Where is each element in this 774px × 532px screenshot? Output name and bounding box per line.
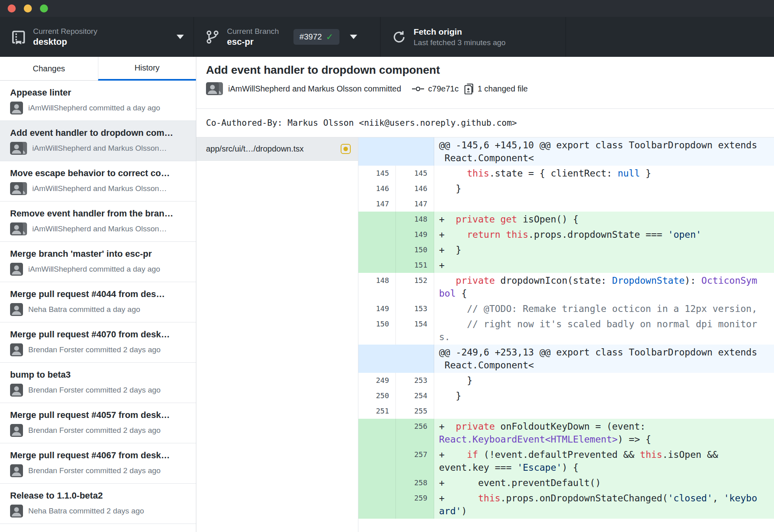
diff-code-line: // right now it's scaled badly on normal… — [434, 316, 774, 345]
fetch-origin-label: Fetch origin — [414, 26, 506, 37]
current-repository-button[interactable]: Current Repository desktop — [0, 17, 194, 57]
diff-row: 149153 // @TODO: Remake triangle octicon… — [358, 301, 774, 316]
diff-new-line-number: 152 — [396, 273, 434, 301]
commit-item-title: Merge pull request #4067 from desk… — [10, 450, 189, 461]
diff-row: 250254 } — [358, 388, 774, 403]
code-segment: + event.preventDefault() — [439, 478, 601, 488]
git-commit-icon — [412, 86, 424, 92]
changed-files-count: 1 changed file — [478, 84, 528, 94]
tab-changes[interactable]: Changes — [0, 57, 98, 81]
code-segment — [439, 406, 445, 416]
avatar-group — [10, 263, 23, 276]
current-repository-value: desktop — [33, 36, 97, 48]
diff-new-line-number: 150 — [396, 242, 434, 258]
avatar-group — [10, 464, 23, 477]
commit-list-item[interactable]: Merge pull request #4067 from desk…Brend… — [0, 443, 196, 484]
fetch-origin-button[interactable]: Fetch origin Last fetched 3 minutes ago — [381, 17, 566, 57]
avatar-group — [10, 303, 23, 316]
window-controls — [8, 4, 48, 12]
avatar — [10, 464, 23, 477]
person-icon — [10, 222, 23, 235]
commit-list-item[interactable]: Merge pull request #4044 from des…Neha B… — [0, 282, 196, 322]
code-segment: + — [439, 229, 467, 240]
code-segment: (!event.defaultPrevented && — [478, 449, 640, 460]
diff-code-line: } — [434, 388, 774, 403]
diff-new-line-number: 149 — [396, 227, 434, 242]
code-segment: ) => { — [618, 434, 651, 445]
repo-icon — [11, 30, 26, 44]
avatar-group — [10, 343, 23, 356]
diff-hunk-gutter — [358, 345, 434, 373]
code-segment: 'closed' — [668, 493, 713, 503]
code-segment: onFoldoutKeyDown = (event: — [495, 421, 645, 432]
diff-new-line-number: 254 — [396, 388, 434, 403]
commit-list-item[interactable]: Merge pull request #4070 from desk…Brend… — [0, 322, 196, 363]
commit-sha-group: c79e71c — [412, 84, 459, 94]
commit-list-item[interactable]: Merge pull request #4057 from desk…Brend… — [0, 403, 196, 443]
code-segment — [439, 319, 467, 329]
code-segment: 'Escape' — [517, 462, 562, 473]
diff-old-line-number — [358, 212, 396, 227]
code-segment: // @TODO: Remake triangle octicon in a 1… — [467, 303, 757, 314]
avatar — [206, 82, 219, 95]
maximize-window-button[interactable] — [40, 4, 48, 12]
commit-title: Add event handler to dropdown component — [206, 63, 774, 77]
commit-list-item[interactable]: Appease linteriAmWillShepherd committed … — [0, 81, 196, 121]
file-list-item[interactable]: app/src/ui/t…/dropdown.tsx — [196, 137, 358, 161]
commit-list-item[interactable]: Add event handler to dropdown com…iAmWil… — [0, 121, 196, 161]
commit-item-meta: iAmWillShepherd committed a day ago — [10, 263, 189, 276]
commit-item-meta: iAmWillShepherd committed a day ago — [10, 102, 189, 114]
commit-history-list: Appease linteriAmWillShepherd committed … — [0, 81, 196, 532]
diff-old-line-number: 249 — [358, 373, 396, 388]
avatar — [10, 263, 23, 276]
code-segment: .state = { clientRect: — [489, 168, 618, 179]
commit-list-item[interactable]: Merge pull request #4072 from des… — [0, 524, 196, 532]
tab-history[interactable]: History — [98, 57, 196, 81]
code-segment: private — [456, 421, 495, 432]
minimize-window-button[interactable] — [24, 4, 32, 12]
file-diff-icon — [464, 83, 474, 94]
person-icon — [10, 142, 23, 155]
diff-code-line: + return this.props.dropdownState === 'o… — [434, 227, 774, 242]
commit-list-item[interactable]: Merge branch 'master' into esc-priAmWill… — [0, 242, 196, 282]
diff-row: 150+ } — [358, 242, 774, 258]
code-segment — [500, 229, 506, 240]
avatar-group — [10, 384, 23, 397]
pr-number-badge[interactable]: #3972 ✓ — [293, 29, 339, 45]
commit-list-item[interactable]: Remove event handler from the bran…iAmWi… — [0, 202, 196, 242]
diff-row: 146146 } — [358, 181, 774, 196]
person-icon — [10, 102, 23, 114]
code-segment: this — [640, 449, 662, 460]
diff-old-line-number — [358, 242, 396, 258]
last-fetched-text: Last fetched 3 minutes ago — [414, 37, 506, 48]
code-segment: React.KeyboardEvent<HTMLElement> — [439, 434, 618, 445]
person-icon — [10, 464, 23, 477]
file-path: app/src/ui/t…/dropdown.tsx — [206, 144, 341, 154]
avatar-group — [10, 102, 23, 114]
diff-content: app/src/ui/t…/dropdown.tsx @@ -145,6 +14… — [196, 137, 774, 532]
diff-row: 249253 } — [358, 373, 774, 388]
current-branch-button[interactable]: Current Branch esc-pr #3972 ✓ — [194, 17, 381, 57]
diff-new-line-number: 259 — [396, 490, 434, 519]
commit-item-meta: Brendan Forster committed 2 days ago — [10, 384, 189, 397]
close-window-button[interactable] — [8, 4, 16, 12]
commit-list-item[interactable]: Release to 1.1.0-beta2Neha Batra committ… — [0, 484, 196, 524]
code-segment: ): — [685, 275, 701, 286]
diff-code-line: private dropdownIcon(state: DropdownStat… — [434, 273, 774, 301]
diff-old-line-number — [358, 490, 396, 519]
commit-list-item[interactable]: Move escape behavior to correct co…iAmWi… — [0, 161, 196, 202]
code-segment: this — [478, 493, 500, 503]
commit-description: Co-Authored-By: Markus Olsson <niik@user… — [196, 109, 774, 137]
commit-item-meta: Brendan Forster committed 2 days ago — [10, 343, 189, 356]
commit-item-byline: Neha Batra committed a day ago — [28, 305, 140, 314]
sync-icon — [392, 30, 406, 44]
window-titlebar — [0, 0, 774, 17]
diff-row: @@ -249,6 +253,13 @@ export class Toolba… — [358, 345, 774, 373]
diff-old-line-number: 147 — [358, 196, 396, 212]
diff-code-line: // @TODO: Remake triangle octicon in a 1… — [434, 301, 774, 316]
code-segment: } — [640, 168, 651, 179]
commit-list-item[interactable]: bump to beta3Brendan Forster committed 2… — [0, 363, 196, 403]
diff-row: 145145 this.state = { clientRect: null } — [358, 166, 774, 181]
code-segment: isOpen() { — [517, 214, 578, 224]
person-icon — [10, 343, 23, 356]
